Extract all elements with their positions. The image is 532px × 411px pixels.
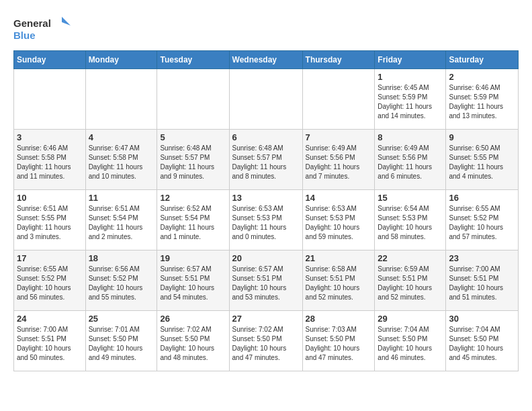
weekday-header-friday: Friday [375,51,446,69]
day-number: 30 [449,314,515,324]
day-number: 27 [232,314,300,324]
calendar-cell: 8Sunrise: 6:49 AMSunset: 5:56 PMDaylight… [375,130,446,190]
calendar-cell [14,69,86,130]
day-number: 17 [17,253,83,263]
day-info: Sunrise: 6:49 AMSunset: 5:56 PMDaylight:… [378,144,443,181]
weekday-header-saturday: Saturday [446,51,519,69]
day-info: Sunrise: 6:53 AMSunset: 5:53 PMDaylight:… [306,204,372,242]
svg-text:Blue: Blue [13,30,36,41]
calendar-cell: 22Sunrise: 6:59 AMSunset: 5:51 PMDayligh… [375,250,446,311]
calendar-cell [229,69,302,130]
day-number: 29 [378,314,443,324]
svg-marker-2 [62,17,71,26]
logo: General Blue [13,13,74,44]
calendar-cell: 5Sunrise: 6:48 AMSunset: 5:57 PMDaylight… [157,130,229,190]
svg-text:General: General [13,17,51,29]
weekday-header-monday: Monday [85,51,157,69]
day-number: 8 [378,132,443,142]
calendar-cell: 18Sunrise: 6:56 AMSunset: 5:52 PMDayligh… [85,250,157,311]
calendar-cell: 19Sunrise: 6:57 AMSunset: 5:51 PMDayligh… [157,250,229,311]
calendar-cell: 4Sunrise: 6:47 AMSunset: 5:58 PMDaylight… [85,130,157,190]
day-info: Sunrise: 6:57 AMSunset: 5:51 PMDaylight:… [232,265,300,302]
day-info: Sunrise: 6:53 AMSunset: 5:53 PMDaylight:… [232,204,300,242]
day-info: Sunrise: 7:04 AMSunset: 5:50 PMDaylight:… [449,325,515,363]
day-info: Sunrise: 6:51 AMSunset: 5:55 PMDaylight:… [17,204,83,242]
day-number: 23 [449,253,515,263]
day-info: Sunrise: 6:49 AMSunset: 5:56 PMDaylight:… [306,144,372,181]
day-number: 25 [89,314,154,324]
calendar-cell [157,69,229,130]
week-row-5: 24Sunrise: 7:00 AMSunset: 5:51 PMDayligh… [14,311,519,371]
calendar-cell: 3Sunrise: 6:46 AMSunset: 5:58 PMDaylight… [14,130,86,190]
day-info: Sunrise: 6:48 AMSunset: 5:57 PMDaylight:… [232,144,300,181]
calendar-cell: 1Sunrise: 6:45 AMSunset: 5:59 PMDaylight… [375,69,446,130]
calendar-cell: 17Sunrise: 6:55 AMSunset: 5:52 PMDayligh… [14,250,86,311]
day-info: Sunrise: 6:48 AMSunset: 5:57 PMDaylight:… [160,144,226,181]
weekday-header-row: SundayMondayTuesdayWednesdayThursdayFrid… [14,51,519,69]
day-number: 28 [306,314,372,324]
calendar-cell: 6Sunrise: 6:48 AMSunset: 5:57 PMDaylight… [229,130,302,190]
day-number: 13 [232,193,300,203]
calendar-cell: 27Sunrise: 7:02 AMSunset: 5:50 PMDayligh… [229,311,302,371]
day-number: 16 [449,193,515,203]
day-number: 3 [17,132,83,142]
calendar-cell [302,69,375,130]
day-info: Sunrise: 6:45 AMSunset: 5:59 PMDaylight:… [378,83,443,121]
day-info: Sunrise: 6:59 AMSunset: 5:51 PMDaylight:… [378,265,443,302]
day-info: Sunrise: 6:52 AMSunset: 5:54 PMDaylight:… [160,204,226,242]
week-row-1: 1Sunrise: 6:45 AMSunset: 5:59 PMDaylight… [14,69,519,130]
day-number: 24 [17,314,83,324]
page-header: General Blue [13,13,519,44]
day-number: 18 [89,253,154,263]
day-info: Sunrise: 7:02 AMSunset: 5:50 PMDaylight:… [232,325,300,363]
day-number: 7 [306,132,372,142]
day-info: Sunrise: 6:51 AMSunset: 5:54 PMDaylight:… [89,204,154,242]
calendar-cell: 7Sunrise: 6:49 AMSunset: 5:56 PMDaylight… [302,130,375,190]
calendar-cell: 25Sunrise: 7:01 AMSunset: 5:50 PMDayligh… [85,311,157,371]
day-number: 19 [160,253,226,263]
week-row-2: 3Sunrise: 6:46 AMSunset: 5:58 PMDaylight… [14,130,519,190]
day-info: Sunrise: 6:46 AMSunset: 5:59 PMDaylight:… [449,83,515,121]
day-info: Sunrise: 6:47 AMSunset: 5:58 PMDaylight:… [89,144,154,181]
calendar-cell: 15Sunrise: 6:54 AMSunset: 5:53 PMDayligh… [375,190,446,250]
calendar-cell: 12Sunrise: 6:52 AMSunset: 5:54 PMDayligh… [157,190,229,250]
weekday-header-sunday: Sunday [14,51,86,69]
day-info: Sunrise: 6:56 AMSunset: 5:52 PMDaylight:… [89,265,154,302]
day-number: 15 [378,193,443,203]
week-row-3: 10Sunrise: 6:51 AMSunset: 5:55 PMDayligh… [14,190,519,250]
day-info: Sunrise: 7:01 AMSunset: 5:50 PMDaylight:… [89,325,154,363]
day-info: Sunrise: 6:46 AMSunset: 5:58 PMDaylight:… [17,144,83,181]
day-number: 20 [232,253,300,263]
calendar-cell: 24Sunrise: 7:00 AMSunset: 5:51 PMDayligh… [14,311,86,371]
day-info: Sunrise: 7:02 AMSunset: 5:50 PMDaylight:… [160,325,226,363]
calendar-cell: 29Sunrise: 7:04 AMSunset: 5:50 PMDayligh… [375,311,446,371]
day-info: Sunrise: 6:57 AMSunset: 5:51 PMDaylight:… [160,265,226,302]
calendar-cell: 21Sunrise: 6:58 AMSunset: 5:51 PMDayligh… [302,250,375,311]
day-number: 9 [449,132,515,142]
calendar-cell: 16Sunrise: 6:55 AMSunset: 5:52 PMDayligh… [446,190,519,250]
weekday-header-tuesday: Tuesday [157,51,229,69]
day-info: Sunrise: 6:55 AMSunset: 5:52 PMDaylight:… [449,204,515,242]
day-info: Sunrise: 6:58 AMSunset: 5:51 PMDaylight:… [306,265,372,302]
day-info: Sunrise: 6:54 AMSunset: 5:53 PMDaylight:… [378,204,443,242]
logo-svg: General Blue [13,13,74,44]
day-number: 6 [232,132,300,142]
day-number: 4 [89,132,154,142]
calendar-cell: 30Sunrise: 7:04 AMSunset: 5:50 PMDayligh… [446,311,519,371]
day-number: 12 [160,193,226,203]
calendar-cell: 28Sunrise: 7:03 AMSunset: 5:50 PMDayligh… [302,311,375,371]
day-number: 26 [160,314,226,324]
calendar-cell [85,69,157,130]
calendar-cell: 11Sunrise: 6:51 AMSunset: 5:54 PMDayligh… [85,190,157,250]
day-info: Sunrise: 7:04 AMSunset: 5:50 PMDaylight:… [378,325,443,363]
calendar-table: SundayMondayTuesdayWednesdayThursdayFrid… [13,50,519,371]
weekday-header-thursday: Thursday [302,51,375,69]
calendar-cell: 10Sunrise: 6:51 AMSunset: 5:55 PMDayligh… [14,190,86,250]
weekday-header-wednesday: Wednesday [229,51,302,69]
day-number: 1 [378,72,443,82]
day-number: 5 [160,132,226,142]
day-info: Sunrise: 6:50 AMSunset: 5:55 PMDaylight:… [449,144,515,181]
calendar-cell: 14Sunrise: 6:53 AMSunset: 5:53 PMDayligh… [302,190,375,250]
day-info: Sunrise: 6:55 AMSunset: 5:52 PMDaylight:… [17,265,83,302]
week-row-4: 17Sunrise: 6:55 AMSunset: 5:52 PMDayligh… [14,250,519,311]
